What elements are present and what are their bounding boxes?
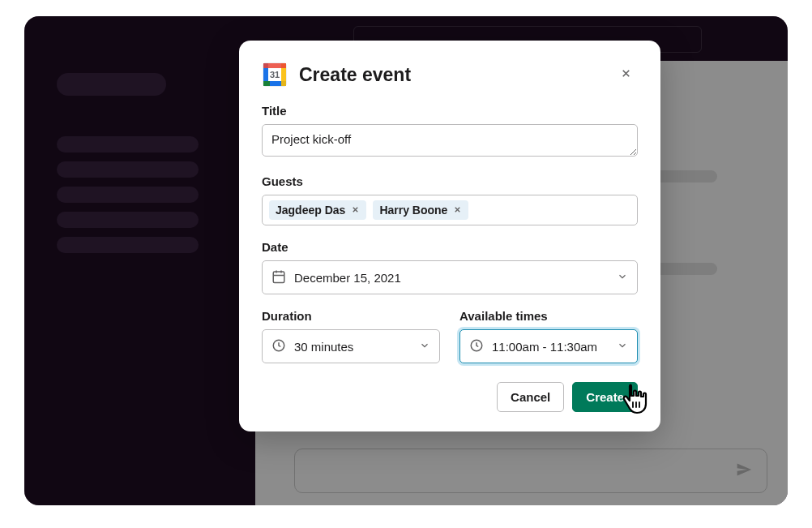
guest-name: Jagdeep Das <box>276 204 345 217</box>
guest-name: Harry Boone <box>379 204 447 217</box>
svg-rect-5 <box>263 63 286 68</box>
available-times-field-group: Available times 11:00am - 11:30am <box>459 309 638 363</box>
modal-footer: Cancel Create <box>262 382 638 412</box>
create-event-modal: 31 Create event Title Guests Jagdeep Das… <box>239 41 660 431</box>
svg-rect-6 <box>263 81 270 86</box>
close-button[interactable] <box>613 62 638 87</box>
guest-chip: Jagdeep Das <box>269 200 366 220</box>
available-times-label: Available times <box>459 309 638 323</box>
remove-guest-icon[interactable] <box>453 204 462 217</box>
date-field-group: Date December 15, 2021 <box>262 240 638 294</box>
available-times-value: 11:00am - 11:30am <box>492 340 597 354</box>
svg-rect-8 <box>273 272 284 283</box>
chevron-down-icon <box>617 340 628 354</box>
guests-label: Guests <box>262 174 638 188</box>
title-input[interactable] <box>262 124 638 157</box>
create-button[interactable]: Create <box>572 382 638 412</box>
modal-title: Create event <box>299 64 602 86</box>
duration-time-row: Duration 30 minutes Available times 11:0… <box>262 309 638 378</box>
guest-chip: Harry Boone <box>373 200 468 220</box>
chevron-down-icon <box>617 271 628 285</box>
date-label: Date <box>262 240 638 254</box>
modal-header: 31 Create event <box>262 62 638 88</box>
cancel-button[interactable]: Cancel <box>497 382 564 412</box>
date-value: December 15, 2021 <box>294 271 401 285</box>
clock-icon <box>469 338 484 355</box>
svg-text:31: 31 <box>270 70 280 79</box>
duration-label: Duration <box>262 309 440 323</box>
remove-guest-icon[interactable] <box>351 204 360 217</box>
guests-field-group: Guests Jagdeep Das Harry Boone <box>262 174 638 225</box>
google-calendar-icon: 31 <box>262 62 288 88</box>
close-icon <box>620 67 632 84</box>
duration-value: 30 minutes <box>294 340 353 354</box>
available-times-select[interactable]: 11:00am - 11:30am <box>459 329 638 363</box>
duration-select[interactable]: 30 minutes <box>262 329 440 363</box>
duration-field-group: Duration 30 minutes <box>262 309 440 363</box>
title-field-group: Title <box>262 104 638 160</box>
date-select[interactable]: December 15, 2021 <box>262 260 638 294</box>
guests-input[interactable]: Jagdeep Das Harry Boone <box>262 195 638 225</box>
calendar-icon <box>271 269 286 286</box>
chevron-down-icon <box>419 340 430 354</box>
clock-icon <box>271 338 286 355</box>
title-label: Title <box>262 104 638 118</box>
